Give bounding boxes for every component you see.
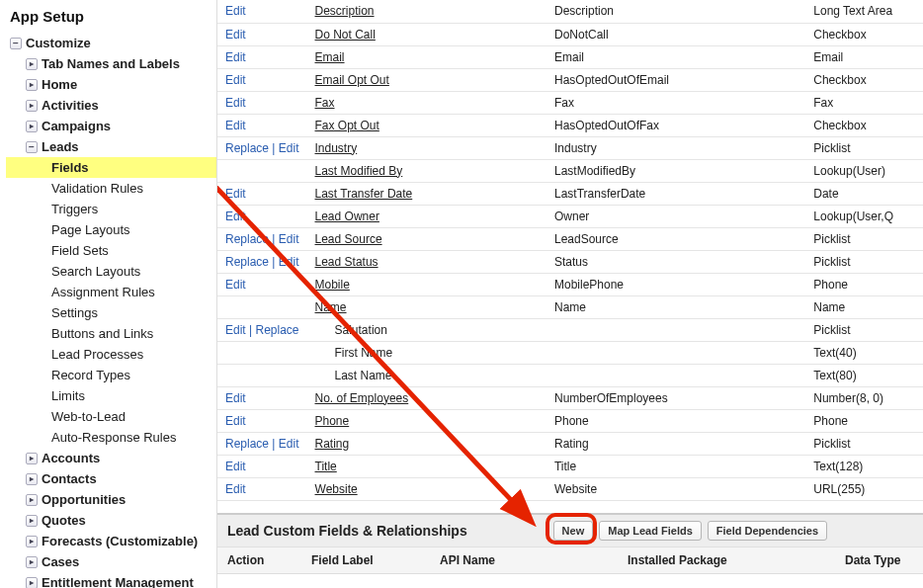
- field-label-link[interactable]: Title: [315, 460, 337, 473]
- action-cell: Edit: [217, 91, 307, 114]
- field-label-link[interactable]: Lead Source: [315, 232, 382, 246]
- field-label-link[interactable]: Do Not Call: [315, 28, 376, 42]
- sidebar-item-quotes[interactable]: Quotes: [6, 510, 216, 531]
- edit-link[interactable]: Edit: [225, 210, 246, 223]
- tree-toggle-icon[interactable]: [26, 79, 38, 91]
- edit-link[interactable]: Edit: [225, 460, 246, 473]
- tree-toggle-icon[interactable]: [26, 577, 38, 589]
- tree-toggle-icon[interactable]: [26, 100, 38, 112]
- sidebar-item-settings[interactable]: Settings: [6, 302, 216, 323]
- field-label-link[interactable]: Email: [315, 50, 345, 64]
- field-label-link[interactable]: Last Modified By: [315, 164, 403, 178]
- sidebar-item-buttons-and-links[interactable]: Buttons and Links: [6, 323, 216, 344]
- sidebar-item-label: Record Types: [51, 368, 130, 382]
- edit-link[interactable]: Edit: [225, 28, 246, 42]
- field-label-link[interactable]: Description: [315, 4, 375, 18]
- edit-link[interactable]: Edit: [225, 482, 246, 496]
- sidebar-item-record-types[interactable]: Record Types: [6, 365, 216, 385]
- field-label-cell: Title: [307, 455, 546, 477]
- table-row: EditLast Transfer DateLastTransferDateDa…: [217, 182, 923, 205]
- tree-toggle-icon[interactable]: [26, 121, 38, 132]
- table-row: EditFaxFaxFax: [217, 91, 923, 114]
- new-button[interactable]: New: [553, 521, 594, 541]
- tree-toggle-icon[interactable]: [26, 58, 38, 70]
- sidebar-item-entitlement-management[interactable]: Entitlement Management: [6, 572, 216, 588]
- sidebar-item-activities[interactable]: Activities: [6, 95, 216, 116]
- data-type-cell: Checkbox: [805, 114, 923, 136]
- sidebar-item-contacts[interactable]: Contacts: [6, 468, 216, 489]
- sidebar-item-tab-names-and-labels[interactable]: Tab Names and Labels: [6, 53, 216, 74]
- sidebar-item-campaigns[interactable]: Campaigns: [6, 116, 216, 136]
- replace-link[interactable]: Replace: [255, 323, 298, 337]
- tree-toggle-icon[interactable]: [26, 536, 38, 547]
- field-dependencies-button[interactable]: Field Dependencies: [708, 521, 827, 541]
- edit-link[interactable]: Edit: [225, 278, 246, 292]
- field-label-link[interactable]: No. of Employees: [315, 391, 409, 405]
- field-label-link[interactable]: Rating: [315, 437, 350, 451]
- sidebar-item-label: Limits: [51, 388, 85, 403]
- map-lead-fields-button[interactable]: Map Lead Fields: [599, 521, 702, 541]
- tree-toggle-icon[interactable]: [10, 38, 22, 49]
- sidebar-item-customize[interactable]: Customize: [6, 33, 216, 53]
- sidebar-item-triggers[interactable]: Triggers: [6, 199, 216, 219]
- sidebar-item-fields[interactable]: Fields: [6, 157, 216, 178]
- replace-link[interactable]: Replace: [225, 141, 269, 155]
- api-name-cell: Name: [546, 295, 805, 318]
- field-label-link[interactable]: Last Transfer Date: [315, 187, 413, 201]
- sidebar-item-leads[interactable]: Leads: [6, 136, 216, 157]
- sidebar-item-search-layouts[interactable]: Search Layouts: [6, 261, 216, 282]
- field-label-link[interactable]: Fax: [315, 96, 335, 110]
- field-label-link[interactable]: Mobile: [315, 278, 350, 292]
- edit-link[interactable]: Edit: [225, 50, 246, 64]
- sidebar-item-limits[interactable]: Limits: [6, 385, 216, 406]
- field-label-link[interactable]: Phone: [315, 414, 350, 428]
- edit-link[interactable]: Edit: [225, 96, 246, 110]
- tree-toggle-icon[interactable]: [26, 141, 38, 153]
- field-label-link[interactable]: Email Opt Out: [315, 73, 389, 87]
- edit-link[interactable]: Edit: [225, 119, 246, 132]
- tree-toggle-icon[interactable]: [26, 494, 38, 506]
- sidebar-item-accounts[interactable]: Accounts: [6, 448, 216, 468]
- replace-link[interactable]: Replace: [225, 255, 269, 269]
- sidebar-item-label: Campaigns: [42, 119, 111, 133]
- replace-link[interactable]: Replace: [225, 437, 269, 451]
- sidebar-item-page-layouts[interactable]: Page Layouts: [6, 219, 216, 240]
- tree-toggle-icon[interactable]: [26, 473, 38, 485]
- edit-link[interactable]: Edit: [225, 4, 246, 18]
- field-label-link[interactable]: Website: [315, 482, 358, 496]
- table-row: EditFax Opt OutHasOptedOutOfFaxCheckbox: [217, 114, 923, 136]
- sidebar-item-web-to-lead[interactable]: Web-to-Lead: [6, 406, 216, 427]
- tree-toggle-icon[interactable]: [26, 515, 38, 527]
- field-label-link[interactable]: Fax Opt Out: [315, 119, 379, 132]
- tree-toggle-icon[interactable]: [26, 556, 38, 568]
- sidebar-item-field-sets[interactable]: Field Sets: [6, 240, 216, 261]
- edit-link[interactable]: Edit: [225, 187, 246, 201]
- field-label-link[interactable]: Lead Status: [315, 255, 378, 269]
- edit-link[interactable]: Edit: [225, 73, 246, 87]
- edit-link[interactable]: Edit: [279, 232, 299, 246]
- sidebar-item-cases[interactable]: Cases: [6, 551, 216, 572]
- tree-toggle-icon[interactable]: [26, 453, 38, 464]
- field-label-link[interactable]: Industry: [315, 141, 358, 155]
- edit-link[interactable]: Edit: [225, 414, 246, 428]
- edit-link[interactable]: Edit: [225, 323, 246, 337]
- sidebar-item-forecasts-customizable-[interactable]: Forecasts (Customizable): [6, 531, 216, 551]
- field-label-link[interactable]: Lead Owner: [315, 210, 379, 223]
- edit-link[interactable]: Edit: [279, 141, 299, 155]
- edit-link[interactable]: Edit: [279, 437, 299, 451]
- sidebar-item-label: Fields: [51, 160, 89, 175]
- api-name-cell: Phone: [546, 409, 805, 432]
- edit-link[interactable]: Edit: [279, 255, 299, 269]
- replace-link[interactable]: Replace: [225, 232, 269, 246]
- sidebar-item-auto-response-rules[interactable]: Auto-Response Rules: [6, 427, 216, 448]
- field-label-link[interactable]: Name: [315, 300, 347, 314]
- sidebar-item-validation-rules[interactable]: Validation Rules: [6, 178, 216, 199]
- data-type-cell: Picklist: [805, 318, 923, 341]
- sidebar-item-lead-processes[interactable]: Lead Processes: [6, 344, 216, 365]
- sidebar-item-assignment-rules[interactable]: Assignment Rules: [6, 282, 216, 302]
- sidebar-item-home[interactable]: Home: [6, 74, 216, 95]
- sidebar-item-label: Customize: [26, 36, 91, 50]
- sidebar-item-opportunities[interactable]: Opportunities: [6, 489, 216, 510]
- edit-link[interactable]: Edit: [225, 391, 246, 405]
- sidebar-item-label: Quotes: [42, 513, 86, 528]
